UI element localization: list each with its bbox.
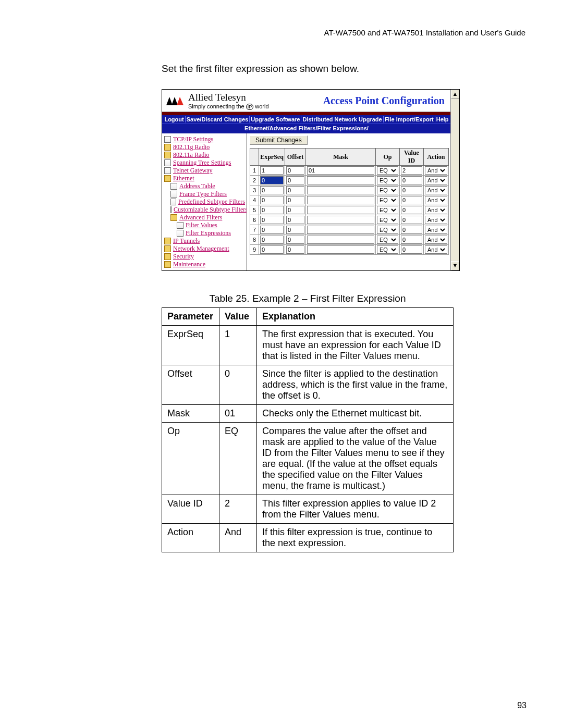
nav-item[interactable]: Predefined Subtype Filters bbox=[164, 198, 245, 206]
mask-input[interactable] bbox=[307, 245, 374, 254]
op-select[interactable]: EQ bbox=[377, 186, 398, 194]
nav-link[interactable]: IP Tunnels bbox=[173, 237, 200, 245]
valueid-input[interactable] bbox=[401, 176, 422, 184]
offset-input[interactable] bbox=[286, 206, 304, 214]
nav-item[interactable]: Ethernet bbox=[164, 175, 245, 182]
op-select[interactable]: EQ bbox=[377, 176, 398, 184]
nav-item[interactable]: Frame Type Filters bbox=[164, 190, 245, 198]
offset-input[interactable] bbox=[286, 236, 304, 244]
exprseq-input[interactable] bbox=[260, 166, 284, 175]
nav-link[interactable]: Address Table bbox=[179, 182, 215, 190]
nav-item[interactable]: Network Management bbox=[164, 245, 245, 253]
nav-link[interactable]: Security bbox=[173, 253, 194, 261]
op-select[interactable]: EQ bbox=[377, 226, 398, 234]
mask-input[interactable] bbox=[307, 176, 374, 184]
action-select[interactable]: And bbox=[425, 196, 447, 204]
mask-input[interactable] bbox=[307, 206, 374, 214]
nav-item[interactable]: Spanning Tree Settings bbox=[164, 159, 245, 167]
action-select[interactable]: And bbox=[425, 166, 447, 175]
valueid-input[interactable] bbox=[401, 236, 422, 244]
nav-link[interactable]: Network Management bbox=[173, 245, 229, 253]
mask-input[interactable] bbox=[307, 166, 374, 175]
nav-link[interactable]: TCP/IP Settings bbox=[173, 135, 213, 143]
nav-link[interactable]: 802.11a Radio bbox=[173, 151, 210, 159]
exprseq-input[interactable] bbox=[260, 196, 284, 204]
nav-link[interactable]: Advanced Filters bbox=[179, 214, 222, 221]
nav-link[interactable]: Predefined Subtype Filters bbox=[178, 198, 245, 206]
nav-link[interactable]: Frame Type Filters bbox=[179, 190, 227, 198]
offset-input[interactable] bbox=[286, 196, 304, 204]
offset-input[interactable] bbox=[286, 245, 304, 254]
cmdbar-item[interactable]: Logout bbox=[163, 116, 185, 122]
mask-input[interactable] bbox=[307, 226, 374, 234]
nav-item[interactable]: IP Tunnels bbox=[164, 237, 245, 245]
mask-input[interactable] bbox=[307, 186, 374, 194]
nav-item[interactable]: Maintenance bbox=[164, 261, 245, 268]
nav-item[interactable]: 802.11a Radio bbox=[164, 151, 245, 159]
cmdbar-item[interactable]: File Import/Export bbox=[384, 116, 435, 122]
exprseq-input[interactable] bbox=[260, 206, 284, 214]
action-select[interactable]: And bbox=[425, 216, 447, 224]
nav-item[interactable]: Address Table bbox=[164, 182, 245, 190]
nav-link[interactable]: Telnet Gateway bbox=[173, 167, 212, 175]
offset-input[interactable] bbox=[286, 176, 304, 184]
nav-item[interactable]: Advanced Filters bbox=[164, 214, 245, 221]
mask-input[interactable] bbox=[307, 196, 374, 204]
nav-item[interactable]: Customizable Subtype Filters bbox=[164, 206, 245, 214]
op-select[interactable]: EQ bbox=[377, 216, 398, 224]
nav-item[interactable]: Filter Values bbox=[164, 221, 245, 229]
nav-item[interactable]: Security bbox=[164, 253, 245, 261]
valueid-input[interactable] bbox=[401, 216, 422, 224]
nav-link[interactable]: Spanning Tree Settings bbox=[173, 159, 231, 167]
nav-link[interactable]: Filter Values bbox=[186, 221, 217, 229]
op-select[interactable]: EQ bbox=[377, 206, 398, 214]
scrollbar[interactable]: ▲ ▼ bbox=[450, 90, 459, 270]
scroll-up-icon[interactable]: ▲ bbox=[451, 90, 459, 99]
submit-changes-button[interactable]: Submit Changes bbox=[250, 135, 308, 145]
exprseq-input[interactable] bbox=[260, 226, 284, 234]
offset-input[interactable] bbox=[286, 226, 304, 234]
op-select[interactable]: EQ bbox=[377, 245, 398, 254]
exprseq-input[interactable] bbox=[260, 245, 284, 254]
cmdbar-item[interactable]: Distributed Network Upgrade bbox=[301, 116, 383, 122]
cmdbar-item[interactable]: Upgrade Software bbox=[250, 116, 301, 122]
valueid-input[interactable] bbox=[401, 206, 422, 214]
nav-link[interactable]: 802.11g Radio bbox=[173, 143, 210, 151]
folder-icon bbox=[164, 253, 171, 260]
cmdbar-item[interactable]: Help bbox=[435, 116, 450, 122]
offset-input[interactable] bbox=[286, 186, 304, 194]
exprseq-input[interactable] bbox=[260, 176, 284, 184]
nav-link[interactable]: Customizable Subtype Filters bbox=[174, 206, 248, 214]
op-select[interactable]: EQ bbox=[377, 236, 398, 244]
valueid-input[interactable] bbox=[401, 196, 422, 204]
row-index: 1 bbox=[250, 166, 259, 176]
mask-input[interactable] bbox=[307, 236, 374, 244]
action-select[interactable]: And bbox=[425, 176, 447, 184]
action-select[interactable]: And bbox=[425, 236, 447, 244]
valueid-input[interactable] bbox=[401, 186, 422, 194]
action-select[interactable]: And bbox=[425, 186, 447, 194]
offset-input[interactable] bbox=[286, 166, 304, 175]
nav-item[interactable]: TCP/IP Settings bbox=[164, 135, 245, 143]
op-select[interactable]: EQ bbox=[377, 166, 398, 175]
cmdbar-item[interactable]: Save/Discard Changes bbox=[186, 116, 250, 122]
nav-item[interactable]: Filter Expressions bbox=[164, 229, 245, 237]
nav-item[interactable]: Telnet Gateway bbox=[164, 167, 245, 175]
exprseq-input[interactable] bbox=[260, 186, 284, 194]
nav-item[interactable]: 802.11g Radio bbox=[164, 143, 245, 151]
action-select[interactable]: And bbox=[425, 226, 447, 234]
action-select[interactable]: And bbox=[425, 245, 447, 254]
exprseq-input[interactable] bbox=[260, 216, 284, 224]
valueid-input[interactable] bbox=[401, 166, 422, 175]
nav-link[interactable]: Maintenance bbox=[173, 261, 205, 268]
nav-link[interactable]: Ethernet bbox=[173, 175, 194, 182]
valueid-input[interactable] bbox=[401, 245, 422, 254]
valueid-input[interactable] bbox=[401, 226, 422, 234]
offset-input[interactable] bbox=[286, 216, 304, 224]
nav-link[interactable]: Filter Expressions bbox=[186, 229, 231, 237]
scroll-down-icon[interactable]: ▼ bbox=[451, 261, 459, 270]
exprseq-input[interactable] bbox=[260, 236, 284, 244]
mask-input[interactable] bbox=[307, 216, 374, 224]
action-select[interactable]: And bbox=[425, 206, 447, 214]
op-select[interactable]: EQ bbox=[377, 196, 398, 204]
